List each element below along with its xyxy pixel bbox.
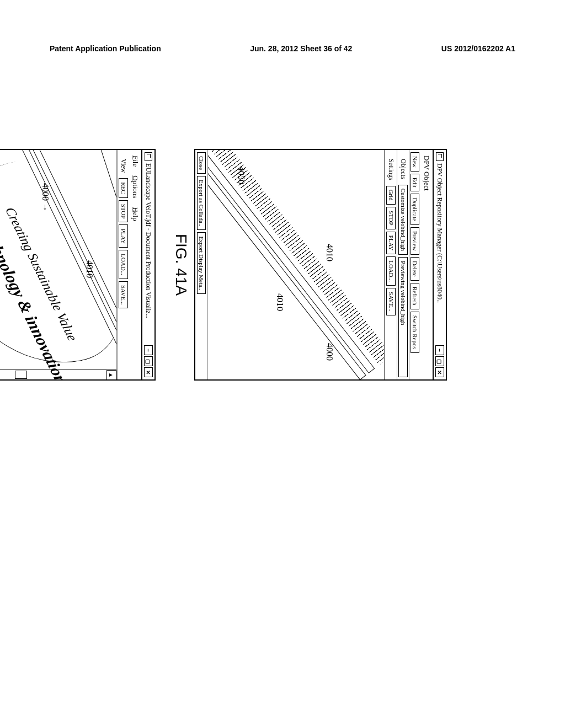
- play-button[interactable]: PLAY: [386, 232, 396, 255]
- grid-button[interactable]: Grid: [386, 186, 396, 205]
- refresh-button[interactable]: Refresh: [411, 283, 419, 309]
- scroll-up-icon[interactable]: ▲: [106, 370, 116, 379]
- maximize-button[interactable]: ▢: [144, 356, 153, 366]
- load-button[interactable]: LOAD...: [386, 256, 396, 286]
- window-title: DPV Object Repository Manager (C:\Users\…: [436, 163, 444, 345]
- save-button[interactable]: SAVE...: [386, 288, 396, 315]
- minimize-button[interactable]: –: [144, 345, 153, 355]
- switch-repos-button[interactable]: Switch Repos: [411, 312, 419, 353]
- bottom-toolbar: Close Export as Collada.. Export Display…: [195, 150, 208, 379]
- close-button[interactable]: ✕: [144, 367, 153, 377]
- menu-options[interactable]: Options: [130, 172, 140, 201]
- export-display-meta-button[interactable]: Export Display Meta..: [197, 232, 206, 294]
- customize-velobind-button[interactable]: Customize velobind_high: [398, 185, 408, 255]
- save-button[interactable]: SAVE...: [119, 281, 128, 309]
- menu-help[interactable]: Help: [130, 204, 140, 224]
- callout-4010a: 4010: [324, 244, 334, 261]
- close-panel-button[interactable]: Close: [197, 152, 206, 174]
- settings-label: Settings: [386, 156, 396, 184]
- close-button[interactable]: ✕: [435, 367, 444, 377]
- window-title: EULandscape VeloT.jdf - Document Product…: [145, 163, 153, 345]
- velobind-render: [208, 150, 385, 379]
- menubar: DPV Object: [420, 150, 433, 379]
- maximize-button[interactable]: ▢: [435, 356, 444, 366]
- callout-4000: 4000 →: [40, 183, 50, 212]
- header-right: US 2012/0162202 A1: [441, 44, 515, 53]
- callout-4010: 4010: [84, 260, 94, 278]
- figure-41a: DPV Object Repository Manager (C:\Users\…: [172, 33, 447, 496]
- app-icon: [145, 152, 152, 161]
- duplicate-button[interactable]: Duplicate: [411, 194, 419, 225]
- titlebar[interactable]: DPV Object Repository Manager (C:\Users\…: [433, 150, 446, 379]
- edit-button[interactable]: Edit: [411, 174, 419, 191]
- document-canvas[interactable]: Creating Sustainable Value Are technolog…: [0, 150, 117, 379]
- new-button[interactable]: New: [411, 152, 419, 172]
- minimize-button[interactable]: –: [435, 345, 444, 355]
- document-render: Creating Sustainable Value Are technolog…: [0, 150, 117, 379]
- view-label: View: [119, 156, 128, 176]
- load-button[interactable]: LOAD...: [119, 250, 128, 279]
- titlebar[interactable]: EULandscape VeloT.jdf - Document Product…: [141, 150, 154, 379]
- callout-4050: 4050: [236, 167, 246, 184]
- objects-row: Objects Customize velobind_high Previewi…: [397, 150, 409, 379]
- figure-41b: EULandscape VeloT.jdf - Document Product…: [0, 33, 156, 496]
- previewing-status: Previewing velobind_high: [398, 257, 408, 377]
- figures-container: DPV Object Repository Manager (C:\Users\…: [116, 33, 447, 496]
- callout-4010b: 4010: [275, 293, 285, 311]
- preview-button[interactable]: Preview: [411, 227, 419, 255]
- stop-button[interactable]: STOP: [386, 207, 396, 229]
- toolbar-main: New Edit Duplicate Preview Delete Refres…: [409, 150, 420, 379]
- objects-label: Objects: [398, 156, 408, 183]
- stop-button[interactable]: STOP: [119, 200, 128, 223]
- callout-4000: 4000: [324, 343, 334, 361]
- rec-button[interactable]: REC: [119, 178, 128, 197]
- export-collada-button[interactable]: Export as Collada..: [197, 176, 206, 230]
- menu-dpv-object[interactable]: DPV Object: [422, 152, 431, 194]
- settings-row: Settings Grid STOP PLAY LOAD... SAVE...: [385, 150, 397, 379]
- preview-canvas[interactable]: 4050 4010 4010 4000: [208, 150, 385, 379]
- window-visualizer: EULandscape VeloT.jdf - Document Product…: [0, 149, 156, 381]
- scroll-thumb[interactable]: [15, 371, 27, 379]
- view-row: View REC STOP PLAY LOAD... SAVE...: [117, 150, 129, 379]
- play-button[interactable]: PLAY: [119, 224, 128, 248]
- vertical-scrollbar[interactable]: ▲ ▼: [0, 370, 116, 379]
- app-icon: [436, 152, 444, 161]
- menubar: File Options Help: [129, 150, 141, 379]
- figure-caption-a: FIG. 41A: [172, 234, 190, 296]
- window-repo-manager: DPV Object Repository Manager (C:\Users\…: [194, 149, 447, 381]
- menu-file[interactable]: File: [130, 152, 140, 170]
- delete-button[interactable]: Delete: [411, 257, 419, 281]
